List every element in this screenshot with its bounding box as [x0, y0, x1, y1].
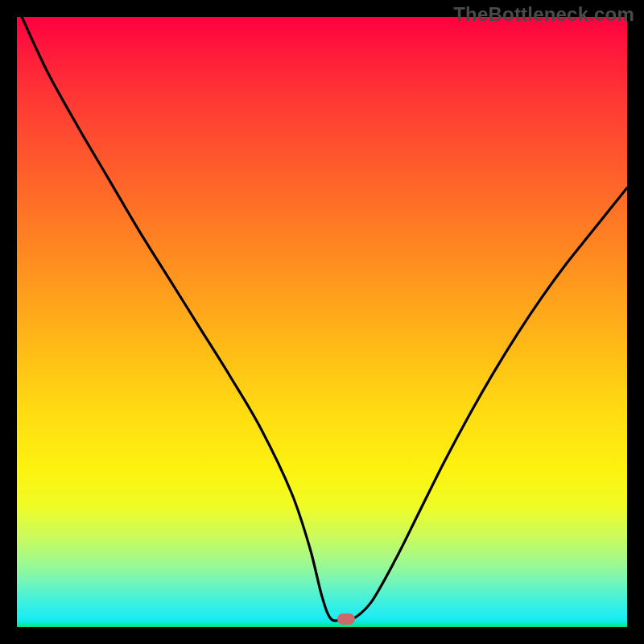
line-curve [17, 17, 627, 627]
data-marker [337, 613, 355, 625]
curve-path [22, 17, 627, 621]
watermark-text: TheBottleneck.com [453, 3, 634, 26]
chart-frame: TheBottleneck.com [0, 0, 644, 644]
plot-area [17, 17, 627, 627]
